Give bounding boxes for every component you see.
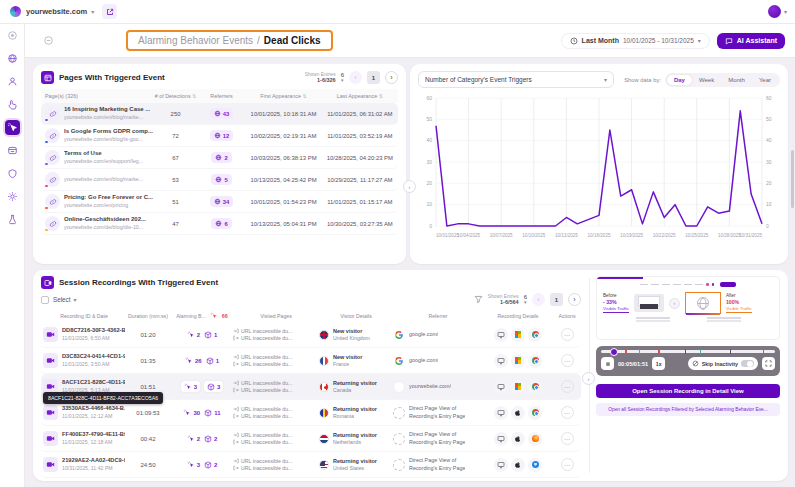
pages-table-row[interactable]: Online-Geschäftsideen 202...yourwebsite.… [41,213,398,235]
sidebar-item-dashboard[interactable] [5,51,20,66]
sort-icon: ⇅ [192,93,196,99]
sidebar-item-visitors[interactable] [5,74,20,89]
page-url-text: yourwebsite.com/en/blog/marke... [64,114,150,121]
sort-icon: ⇅ [303,93,307,99]
pages-prev-page-button[interactable]: ‹ [349,71,362,84]
referrers-badge[interactable]: 12 [210,130,233,141]
pages-table-row[interactable]: Pricing: Go Free Forever or C...yourwebs… [41,191,398,213]
referrers-badge[interactable]: 34 [210,196,233,207]
row-actions-button[interactable]: ⋯ [561,458,574,471]
sidebar-item-labs[interactable] [5,212,20,227]
row-actions-button[interactable]: ⋯ [561,354,574,367]
fullscreen-button[interactable] [762,357,775,370]
timeline-event-marker [625,349,626,354]
pages-column-header[interactable]: Last Appearance ⇅ [322,93,398,99]
open-site-button[interactable] [102,4,117,19]
site-selector[interactable]: yourwebsite.com [26,7,87,16]
player-timeline[interactable] [601,350,775,353]
recordings-panel: Session Recordings With Triggered Event … [33,270,788,481]
recording-id: DD8C7216-30F3-4362-B... [62,327,125,334]
row-actions-button[interactable]: ⋯ [561,406,574,419]
open-all-recordings-button[interactable]: Open all Session Recordings Filtered by … [596,403,780,416]
sidebar-item-alarming-events[interactable] [5,120,20,135]
pause-button[interactable] [601,357,614,370]
referrers-badge[interactable]: 2 [211,152,231,163]
svg-text:10: 10 [426,201,432,207]
sidebar-collapse-icon[interactable] [5,28,20,43]
panel-resize-handle-icon[interactable]: › [582,372,595,385]
filter-icon[interactable] [474,295,483,304]
sidebar-item-settings[interactable] [5,189,20,204]
recordings-table-row[interactable]: FF400E37-4790-4E11-B9...11/01/2025, 12:1… [41,426,581,452]
panel-resize-handle-icon[interactable]: ‹ [403,180,416,193]
recording-id: D3C83C24-0414-4CD1-9... [62,353,125,360]
scrollbar-thumb[interactable] [791,150,794,208]
breadcrumb-separator: / [257,35,260,46]
pages-table-row[interactable]: Terms of Useyourwebsite.com/en/support/l… [41,147,398,169]
page-url-text: yourwebsite.com/en/pricing [64,202,153,209]
timeline-playhead[interactable] [610,348,618,356]
row-actions-button[interactable]: ⋯ [561,328,574,341]
recordings-table-row[interactable]: D3C83C24-0414-4CD1-9...11/01/2025, 3:50 … [41,348,581,374]
recording-preview-frame[interactable]: Before - 33% Visible Traffic › After 100… [596,276,780,340]
recordings-column-header: Duration (mm:ss) [125,313,171,319]
pages-table-row[interactable]: 16 Inspiring Marketing Case ...yourwebsi… [41,103,398,125]
granularity-day[interactable]: Day [667,75,692,85]
open-detail-view-button[interactable]: Open Session Recording in Detail View [596,384,780,398]
recordings-prev-page-button[interactable]: ‹ [532,293,545,306]
entry-page: URL inaccessible du... [233,406,319,412]
timeline-event-marker [763,349,764,354]
avatar-chevron-icon[interactable]: ▾ [784,8,787,15]
sidebar-item-recordings[interactable] [5,143,20,158]
granularity-week[interactable]: Week [692,75,721,85]
breadcrumb-parent[interactable]: Alarming Behavior Events [138,35,253,46]
chevron-down-icon[interactable]: ▾ [91,8,94,15]
skip-inactivity-toggle[interactable] [741,360,754,368]
date-range-picker[interactable]: Last Month 10/01/2025 - 10/31/2025 ▾ [561,33,710,49]
referrers-badge[interactable]: 5 [211,174,231,185]
granularity-year[interactable]: Year [752,75,778,85]
row-actions-button[interactable]: ⋯ [561,380,574,393]
exit-page-icon [233,413,239,419]
avatar[interactable] [768,5,781,18]
referrers-badge[interactable]: 43 [210,108,233,119]
chrome-icon [532,409,539,416]
recordings-table-row[interactable]: DD8C7216-30F3-4362-B...11/01/2025, 6:50 … [41,322,581,348]
visitor-country: United Kingdom [333,335,370,342]
entry-page: URL inaccessible du... [233,380,319,386]
recordings-next-page-button[interactable]: › [568,293,581,306]
svg-text:10: 10 [766,201,772,207]
pages-table-row[interactable]: yourwebsite.com/en/blog/marke...53510/13… [41,169,398,191]
pages-column-header[interactable]: First Appearance ⇅ [245,93,321,99]
sidebar-item-behavior[interactable] [5,97,20,112]
select-all-checkbox[interactable] [41,296,49,304]
recordings-table-row[interactable]: 8ACF1C21-828C-4D11-BF...11/01/2025, 5:13… [41,374,581,400]
granularity-month[interactable]: Month [721,75,752,85]
referrer-icon [215,220,222,227]
playback-speed-button[interactable]: 1x [652,357,665,370]
visitor-type: Returning visitor [333,380,377,387]
pages-table-row[interactable]: Is Google Forms GDPR comp...yourwebsite.… [41,125,398,147]
skip-inactivity-control: Skip Inactivity [688,357,758,370]
panel-toggle-icon[interactable] [43,35,54,46]
row-actions-button[interactable]: ⋯ [561,432,574,445]
chevron-down-icon[interactable]: ▾ [74,296,77,303]
select-label[interactable]: Select [53,296,71,303]
page-link-chip [45,128,60,143]
recording-camera-chip [43,431,58,446]
pages-panel-icon [41,71,54,84]
pages-page-size-select[interactable]: 6▾ [341,72,344,83]
events-count: 11 [204,409,220,417]
ai-assistant-button[interactable]: AI Assistant [717,33,785,49]
svg-text:60: 60 [766,95,772,101]
pages-column-header[interactable]: # of Detections ⇅ [153,93,197,99]
recordings-table-row[interactable]: 21929AE2-AA02-4DC9-9...10/31/2025, 11:42… [41,452,581,478]
pages-next-page-button[interactable]: › [385,71,398,84]
referrers-badge[interactable]: 6 [211,218,231,229]
sidebar-item-insights[interactable] [5,166,20,181]
chrome-icon [532,357,539,364]
recordings-page-size-select[interactable]: 6▾ [524,294,527,305]
recordings-column-header: Recording ID & Date [41,313,125,319]
chart-metric-select[interactable]: Number of Category's Event Triggers ▾ [418,71,614,88]
chevron-down-icon: ▾ [698,37,701,44]
